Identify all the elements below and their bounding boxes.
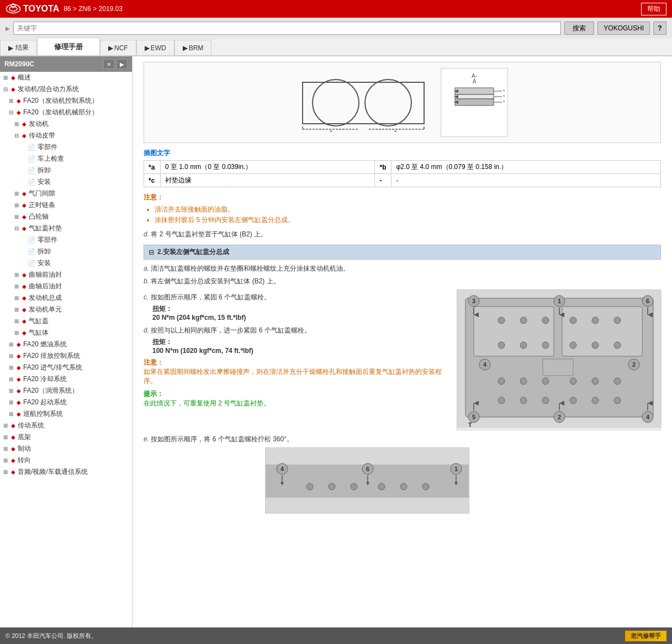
sidebar-item-engine-assy[interactable]: ⊞ ◆ 发动机总成 xyxy=(0,292,132,304)
sidebar-item-fa20-fuel[interactable]: ⊞ ◆ FA20 燃油系统 xyxy=(0,339,132,350)
book-icon: ◆ xyxy=(17,399,21,405)
svg-text:6: 6 xyxy=(366,466,369,472)
sidebar-item-fa20-emission[interactable]: ⊞ ◆ FA20 排放控制系统 xyxy=(0,350,132,362)
tab-ncf[interactable]: ▶ NCF xyxy=(100,40,136,55)
sidebar-item-fa20-control[interactable]: ⊞ ◆ FA20（发动机控制系统） xyxy=(0,95,132,107)
book-icon: ◆ xyxy=(11,86,15,92)
engine-bolt-diagram: 3 1 6 4 2 5 xyxy=(457,289,661,430)
sidebar-item-brake[interactable]: ⊞ ◆ 制动 xyxy=(0,443,132,455)
sidebar-item-inspection[interactable]: 📄 车上检查 xyxy=(0,153,132,165)
engine-bolt-diagram-2: 4 6 1 xyxy=(265,447,469,514)
tab-ncf-label: NCF xyxy=(114,44,128,52)
book-icon: ◆ xyxy=(17,411,21,417)
expand-icon: ⊞ xyxy=(3,434,9,440)
tree-label: 凸轮轴 xyxy=(29,212,49,221)
tree-label: 正时链条 xyxy=(29,200,55,210)
expand-icon: ⊞ xyxy=(14,330,20,336)
footer: © 2012 丰田汽车公司. 版权所有。 老汽修帮手 xyxy=(0,627,672,644)
sidebar-item-rear-seal[interactable]: ⊞ ◆ 曲轴后油封 xyxy=(0,281,132,292)
step-c-letter: c. xyxy=(144,293,149,301)
step-d-text: 将 2 号气缸盖衬垫置于气缸体 (B2) 上。 xyxy=(151,230,267,238)
sidebar-item-steering[interactable]: ⊞ ◆ 转向 xyxy=(0,455,132,466)
sidebar-item-fa20-lube[interactable]: ⊞ ◆ FA20（润滑系统） xyxy=(0,385,132,397)
expand-icon: ⊟ xyxy=(14,225,20,231)
book-icon: ◆ xyxy=(22,272,27,278)
tab-ewd[interactable]: ▶ EWD xyxy=(136,40,174,55)
sidebar-item-fa20-cooling[interactable]: ⊞ ◆ FA20 冷却系统 xyxy=(0,373,132,385)
step-c-text: 按如图所示顺序，紧固 6 个气缸盖螺栓。 xyxy=(151,293,271,301)
step-d-letter: d. xyxy=(144,230,149,238)
tree-label: 底架 xyxy=(18,432,31,442)
section2-title: 2.安装左侧气缸盖分总成 xyxy=(157,247,229,257)
expand-icon: ⊞ xyxy=(3,469,9,475)
svg-point-57 xyxy=(570,317,576,324)
tree-label: FA20 排放控制系统 xyxy=(23,351,80,361)
sidebar-item-fa20-start[interactable]: ⊞ ◆ FA20 起动系统 xyxy=(0,397,132,408)
cell-dash1: - xyxy=(375,174,391,187)
help-button[interactable]: 帮助 xyxy=(641,3,666,15)
expand-icon: ⊞ xyxy=(9,365,14,371)
tab-results-arrow: ▶ xyxy=(8,44,13,52)
sidebar-item-chassis[interactable]: ⊞ ◆ 底架 xyxy=(0,431,132,443)
search-bar: ▶ 搜索 YOKOGUSHI ? xyxy=(0,18,672,39)
help-question-button[interactable]: ? xyxy=(653,22,666,35)
sidebar-item-av[interactable]: ⊞ ◆ 音频/视频/车载通信系统 xyxy=(0,466,132,478)
tree-label: 气缸盖 xyxy=(29,316,49,326)
tree-label: FA20 冷却系统 xyxy=(23,374,67,384)
sidebar-item-engine-sys[interactable]: ⊟ ◆ 发动机/混合动力系统 xyxy=(0,83,132,95)
expand-icon: ⊞ xyxy=(14,307,20,313)
sidebar-item-drivebelt[interactable]: ⊟ ◆ 传动皮带 xyxy=(0,130,132,141)
sidebar-item-cyl-block[interactable]: ⊞ ◆ 气缸体 xyxy=(0,327,132,339)
sidebar-item-parts[interactable]: 📄 零部件 xyxy=(0,141,132,153)
step-d2-letter: d. xyxy=(144,326,149,334)
sidebar-item-timing-chain[interactable]: ⊞ ◆ 正时链条 xyxy=(0,199,132,211)
caution-text: 如果在紧固期间螺栓发出摩擦碰撞声，则在清洁并充分干燥螺栓孔和接触面后重复气缸盖衬… xyxy=(144,367,448,386)
main-area: RM2090C ✕ ▶ ⊞ ◆ 概述 ⊟ ◆ 发动机/混合动力系统 ⊞ xyxy=(0,56,672,627)
tab-manual[interactable]: 修理手册 xyxy=(37,38,100,55)
book-icon: ◆ xyxy=(17,109,21,115)
sidebar-item-fa20-mech[interactable]: ⊟ ◆ FA20（发动机机械部分） xyxy=(0,107,132,118)
sidebar-item-hg-removal[interactable]: 📄 拆卸 xyxy=(0,246,132,257)
sidebar-item-front-seal[interactable]: ⊞ ◆ 曲轴前油封 xyxy=(0,269,132,281)
tab-results[interactable]: ▶ 结果 xyxy=(0,40,37,55)
sidebar-item-engine[interactable]: ⊞ ◆ 发动机 xyxy=(0,118,132,130)
search-button[interactable]: 搜索 xyxy=(564,22,594,35)
sidebar-item-removal[interactable]: 📄 拆卸 xyxy=(0,165,132,176)
sidebar-item-camshaft[interactable]: ⊞ ◆ 凸轮轴 xyxy=(0,211,132,223)
sidebar-item-hg-install[interactable]: 📄 安装 xyxy=(0,257,132,269)
step-c-text-area: c. 按如图所示顺序，紧固 6 个气缸盖螺栓。 扭矩： 20 N*m (204 … xyxy=(144,289,448,430)
expand-icon: ⊟ xyxy=(9,109,14,115)
search-input[interactable] xyxy=(13,22,561,35)
expand-icon: ⊞ xyxy=(14,214,20,220)
sidebar-item-head-gasket[interactable]: ⊟ ◆ 气缸盖衬垫 xyxy=(0,223,132,234)
sidebar-next-button[interactable]: ▶ xyxy=(117,59,128,69)
svg-point-77 xyxy=(592,397,599,404)
svg-text:4: 4 xyxy=(483,361,487,368)
doc-icon: 📄 xyxy=(28,167,35,174)
sidebar-item-hg-parts[interactable]: 📄 零部件 xyxy=(0,234,132,246)
tree-label: 安装 xyxy=(38,177,51,187)
engine-bolt-svg-2: 4 6 1 xyxy=(266,448,469,514)
sidebar-item-cyl-head[interactable]: ⊞ ◆ 气缸盖 xyxy=(0,315,132,327)
footer-copyright: © 2012 丰田汽车公司. 版权所有。 xyxy=(6,632,97,640)
sidebar-item-fa20-intake[interactable]: ⊞ ◆ FA20 进气/排气系统 xyxy=(0,362,132,373)
yokogushi-button[interactable]: YOKOGUSHI xyxy=(597,22,650,35)
torque-d: 扭矩： 100 N*m (1020 kgf*cm, 74 ft.*lbf) xyxy=(152,337,448,355)
hint-label: 提示： xyxy=(144,389,448,399)
sidebar-item-drivetrain[interactable]: ⊞ ◆ 传动系统 xyxy=(0,420,132,431)
book-icon: ◆ xyxy=(11,457,15,463)
hint-section: 提示： 在此情况下，可重复使用 2 号气缸盖衬垫。 xyxy=(144,389,448,408)
doc-icon: 📄 xyxy=(28,144,35,151)
step-d2-text: 按照与以上相同的顺序，进一步紧固 6 个气缸盖螺栓。 xyxy=(151,326,310,334)
tab-brm[interactable]: ▶ BRM xyxy=(174,40,212,55)
sidebar-close-button[interactable]: ✕ xyxy=(103,59,114,69)
book-icon: ◆ xyxy=(22,307,27,313)
sidebar-item-engine-unit[interactable]: ⊞ ◆ 发动机单元 xyxy=(0,304,132,315)
sidebar-item-overview[interactable]: ⊞ ◆ 概述 xyxy=(0,72,132,83)
step-c: c. 按如图所示顺序，紧固 6 个气缸盖螺栓。 xyxy=(144,293,448,302)
expand-icon xyxy=(20,260,25,266)
tree-label: FA20（发动机机械部分） xyxy=(23,108,98,117)
sidebar-item-installation[interactable]: 📄 安装 xyxy=(0,176,132,188)
sidebar-item-valve-clearance[interactable]: ⊞ ◆ 气门间隙 xyxy=(0,188,132,199)
sidebar-item-cruise[interactable]: ⊞ ◆ 巡航控制系统 xyxy=(0,408,132,420)
